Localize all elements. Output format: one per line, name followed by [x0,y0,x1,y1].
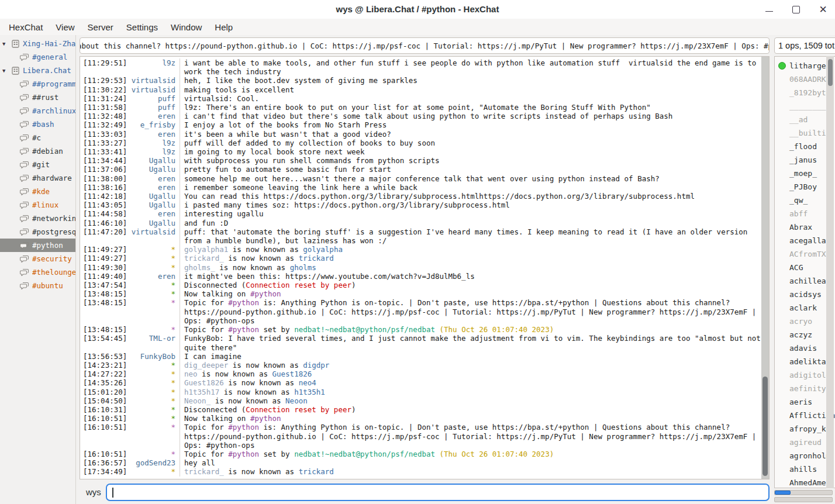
message-nick[interactable]: virtualsid [128,76,180,85]
message-nick[interactable]: FunkyBob [128,352,180,361]
channel-row-security[interactable]: #security [0,252,75,265]
message-timestamp: [16:10:31] [80,405,128,414]
message-input[interactable] [106,484,770,501]
channel-row-git[interactable]: #git [0,158,75,171]
message-nick[interactable]: Ugallu [128,156,180,165]
message-nick[interactable]: eren [128,112,180,120]
channel-row-programming[interactable]: ##programming [0,77,75,91]
chat-message-row: [13:48:15]*Now talking on #python [80,289,761,298]
message-nick[interactable]: Ugallu [128,192,180,201]
channel-row-hardware[interactable]: #hardware [0,171,75,185]
window-title: wys @ Libera.Chat / #python - HexChat [0,0,835,19]
message-timestamp: [11:33:03] [80,130,128,139]
message-nick[interactable]: virtualsid [128,85,180,94]
chat-message-row: [11:29:53]virtualsidheh, I like the boot… [80,76,761,85]
userlist-count-tab[interactable]: 1 ops, 1509 tot [774,37,835,54]
channel-row-archlinux[interactable]: #archlinux [0,104,75,118]
message-nick[interactable]: puff [128,94,180,103]
expander-icon[interactable]: ▼ [2,41,11,47]
message-nick[interactable]: godSend23 [128,458,180,467]
user-nick: Abrax [789,223,812,232]
userlist-scrollbar-thumb[interactable] [828,59,833,86]
channel-row-bash[interactable]: #bash [0,118,75,131]
op-badge-icon [778,62,786,70]
chat-scrollbar-thumb[interactable] [762,377,768,476]
message-nick[interactable]: e_frisby [128,120,180,129]
network-name: Xing-Hai-Zhang [23,39,75,48]
expander-icon[interactable]: ▼ [2,68,11,74]
channel-icon [20,161,29,168]
titlebar[interactable]: wys @ Libera.Chat / #python - HexChat ✕ [0,0,835,19]
message-nick[interactable]: Ugallu [128,219,180,227]
message-text: gholms_ is now known as gholms [180,263,761,272]
message-timestamp: [11:32:49] [80,120,128,129]
channel-row-networking[interactable]: #networking [0,212,75,225]
chat-message-row: [11:33:41]l9zim going to my local book s… [80,147,761,156]
channel-row-kde[interactable]: #kde [0,185,75,198]
menu-server[interactable]: Server [81,22,120,32]
message-nick[interactable]: eren [128,183,180,192]
chat-message-row: [11:37:06]Ugallupretty fun to automate s… [80,165,761,174]
message-nick[interactable]: l9z [128,147,180,156]
channel-name: ##programming [32,80,75,88]
user-nick: adigitole [789,371,830,379]
chat-message-row: [13:56:53]FunkyBobI can imagine [80,352,761,361]
channel-row-debian[interactable]: #debian [0,144,75,158]
close-button[interactable]: ✕ [818,5,828,15]
message-nick[interactable]: virtualsid [128,227,180,236]
channel-row-c[interactable]: #c [0,131,75,144]
server-message-star: * [128,245,180,254]
chat-message-row: [11:34:44]Ugalluwith subprocess you run … [80,156,761,165]
user-nick: _qw_ [789,196,808,205]
userlist-scrollbar[interactable] [826,56,834,488]
channel-row-python[interactable]: #python [0,239,75,252]
message-text: Neoon_ is now known as Neoon [180,396,761,405]
message-nick[interactable]: eren [128,130,180,139]
message-nick[interactable]: eren [128,174,180,183]
message-nick[interactable]: eren [128,209,180,218]
maximize-button[interactable] [791,5,801,15]
menu-view[interactable]: View [49,22,81,32]
message-timestamp: [13:56:53] [80,352,128,361]
message-nick[interactable]: Ugallu [128,165,180,174]
message-nick[interactable]: Ugallu [128,201,180,209]
menu-window[interactable]: Window [164,22,208,32]
menu-hexchat[interactable]: HexChat [2,22,49,32]
message-timestamp: [11:31:24] [80,94,128,103]
message-nick[interactable]: TML-or [128,334,180,343]
chat-message-row: [13:48:15]*Topic for #python set by nedb… [80,325,761,334]
chat-message-row: [11:31:58]puffl9z: There's an entire boo… [80,103,761,112]
network-icon [11,40,20,48]
menu-settings[interactable]: Settings [120,22,164,32]
network-name: Libera.Chat [23,66,71,75]
message-nick[interactable]: l9z [128,139,180,147]
server-message-star: * [128,467,180,476]
chat-message-row: [16:10:51]*Topic for #python is: Anythin… [80,423,761,450]
message-timestamp: [11:44:58] [80,209,128,218]
message-nick[interactable]: eren [128,272,180,281]
own-nick-label: wys [86,487,101,497]
message-text: dig_deeper is now known as digdpr [180,361,761,370]
user-nick: abff [789,209,808,218]
channel-row-thelounge[interactable]: #thelounge [0,265,75,279]
channel-row-rust[interactable]: ##rust [0,91,75,104]
topic-bar[interactable]: about this channel? https://pound-python… [80,37,770,54]
chat-scrollbar[interactable] [761,57,769,479]
minimize-button[interactable] [764,5,774,15]
channel-row-linux[interactable]: #linux [0,198,75,212]
message-nick[interactable]: puff [128,103,180,112]
network-row-libera-chat[interactable]: ▼Libera.Chat [0,64,75,77]
chat-messages: [11:29:51]l9zi want be able to make tool… [80,58,761,477]
channel-row-ubuntu[interactable]: #ubuntu [0,279,75,292]
message-timestamp: [11:30:22] [80,85,128,94]
server-message-star: * [128,450,180,458]
channel-row-general[interactable]: #general [0,50,75,64]
channel-icon [20,53,29,61]
menu-help[interactable]: Help [208,22,239,32]
channel-name: #python [32,241,63,250]
message-timestamp: [11:46:10] [80,219,128,227]
user-nick: _janus [789,156,817,164]
network-row-xing-hai-zhang[interactable]: ▼Xing-Hai-Zhang [0,37,75,50]
channel-row-postgresql[interactable]: #postgresql [0,225,75,239]
message-nick[interactable]: l9z [128,58,180,67]
